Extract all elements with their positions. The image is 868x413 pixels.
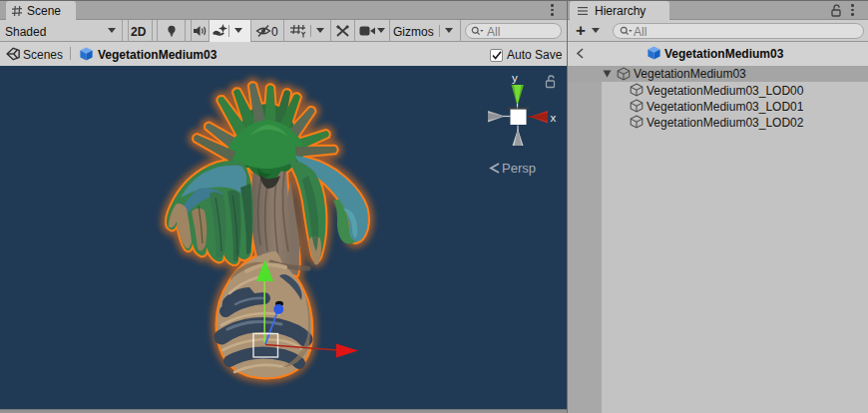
svg-text:Persp: Persp — [502, 161, 536, 176]
svg-text:y: y — [512, 72, 518, 84]
svg-text:x: x — [551, 112, 557, 124]
